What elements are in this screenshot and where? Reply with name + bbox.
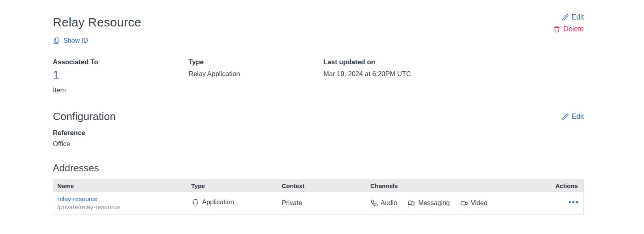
meta-type: Type Relay Application [189, 58, 323, 94]
meta-row: Associated To 1 Item Type Relay Applicat… [53, 58, 584, 94]
meta-last-updated: Last updated on Mar 19, 2024 at 6:20PM U… [323, 58, 411, 94]
table-row: relay-resource /private/relay-resource [53, 192, 584, 214]
channel-messaging: Messaging [408, 199, 449, 207]
pencil-icon [562, 113, 569, 120]
address-type-label: Application [202, 199, 234, 206]
meta-label: Last updated on [323, 58, 411, 66]
column-header-channels: Channels [366, 180, 547, 192]
edit-configuration-link[interactable]: Edit [562, 112, 584, 121]
delete-resource-label: Delete [563, 25, 584, 33]
page-content: Relay Resource Show ID Edit [53, 0, 584, 214]
more-actions-button[interactable]: ••• [568, 197, 579, 210]
reference-value: Office [53, 140, 584, 148]
messaging-icon [408, 199, 415, 207]
page-header: Relay Resource Show ID Edit [53, 11, 584, 46]
phone-icon [371, 199, 378, 207]
channels-cell: Audio Messaging [366, 192, 547, 214]
configuration-title: Configuration [53, 110, 116, 123]
video-camera-icon [460, 199, 468, 207]
table-header-row: Name Type Context Channels Actions [53, 180, 584, 192]
edit-resource-link[interactable]: Edit [562, 13, 584, 22]
delete-resource-link[interactable]: Delete [553, 25, 584, 33]
trash-icon [553, 26, 560, 33]
actions-cell: ••• [547, 192, 584, 214]
show-id-button[interactable]: Show ID [53, 37, 88, 44]
pencil-icon [562, 14, 569, 21]
addresses-section: Addresses Name Type Context Channels Act… [53, 162, 584, 214]
meta-associated-to: Associated To 1 Item [53, 58, 189, 94]
associated-unit: Item [53, 86, 189, 94]
reference-label: Reference [53, 129, 584, 137]
page-title: Relay Resource [53, 15, 141, 29]
channel-audio: Audio [371, 199, 397, 207]
copy-icon [53, 37, 60, 44]
configuration-section: Configuration Edit Reference Office [53, 110, 584, 148]
addresses-table: Name Type Context Channels Actions relay… [53, 179, 584, 214]
channel-audio-label: Audio [381, 199, 397, 207]
meta-label: Associated To [53, 58, 189, 66]
address-name-link[interactable]: relay-resource [57, 195, 98, 203]
column-header-actions: Actions [547, 180, 584, 192]
show-id-label: Show ID [63, 37, 88, 44]
meta-value: Relay Application [189, 70, 323, 78]
column-header-context: Context [278, 180, 366, 192]
edit-resource-label: Edit [572, 13, 584, 22]
address-path: /private/relay-resource [57, 203, 183, 211]
meta-value: Mar 19, 2024 at 6:20PM UTC [323, 70, 411, 78]
column-header-name: Name [53, 180, 187, 192]
edit-configuration-label: Edit [572, 112, 584, 121]
meta-label: Type [189, 58, 323, 66]
header-actions: Edit Delete [553, 11, 584, 33]
addresses-title: Addresses [53, 162, 584, 174]
context-cell: Private [278, 192, 366, 214]
type-cell: Application [187, 192, 278, 214]
channel-messaging-label: Messaging [418, 199, 449, 207]
channel-video: Video [460, 199, 488, 207]
associated-count: 1 [53, 68, 189, 81]
ellipsis-icon: ••• [568, 198, 579, 206]
column-header-type: Type [187, 180, 278, 192]
channel-video-label: Video [471, 199, 488, 207]
configuration-header: Configuration Edit [53, 110, 584, 123]
name-cell: relay-resource /private/relay-resource [53, 192, 187, 214]
application-icon [191, 198, 199, 206]
title-block: Relay Resource Show ID [53, 11, 141, 46]
